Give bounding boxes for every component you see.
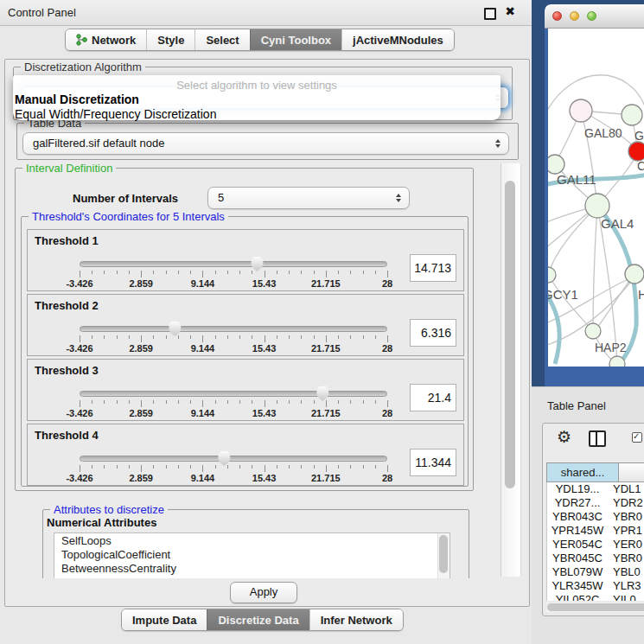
attribute-list-item[interactable]: TopologicalCoefficient xyxy=(54,547,450,561)
window-close-icon[interactable] xyxy=(552,11,562,21)
column-header-name[interactable]: name xyxy=(619,462,644,482)
slider-tick xyxy=(141,335,142,342)
bottom-tab-discretize-data[interactable]: Discretize Data xyxy=(207,609,309,630)
dropdown-item-equal-width[interactable]: Equal Width/Frequency Discretization xyxy=(13,106,501,121)
numerical-attributes-list[interactable]: SelfLoopsTopologicalCoefficientBetweenne… xyxy=(54,532,450,578)
slider-track[interactable] xyxy=(80,261,387,267)
threshold-slider[interactable]: -3.4262.8599.14415.4321.71528 xyxy=(80,386,387,417)
close-icon[interactable]: ✖ xyxy=(505,4,515,18)
table-panel: Table Panel ⚙ shared...name YDL19...YDL1… xyxy=(532,386,644,644)
panel-scrollbar[interactable] xyxy=(501,163,521,577)
slider-tick xyxy=(92,465,92,469)
list-scrollbar[interactable] xyxy=(437,533,450,578)
network-node[interactable]: C xyxy=(628,142,644,173)
tab-label: Select xyxy=(206,34,239,47)
cell-shared-name: YLR345W xyxy=(547,579,608,593)
slider-tick-label: 15.43 xyxy=(252,408,277,418)
slider-tick-label: 2.859 xyxy=(129,343,153,354)
table-row[interactable]: YBR045CYBR0 xyxy=(547,552,644,565)
tab-cyni-toolbox[interactable]: Cyni Toolbox xyxy=(250,29,341,50)
network-node[interactable] xyxy=(609,356,625,367)
threshold-value-field[interactable] xyxy=(410,449,456,476)
table-row[interactable]: YPR145WYPR1 xyxy=(547,524,644,538)
list-scrollbar-thumb[interactable] xyxy=(439,535,448,573)
dropdown-placeholder-item[interactable]: Select algorithm to view settings xyxy=(13,75,501,92)
panel-title: Control Panel xyxy=(8,6,76,19)
bottom-tab-impute-data[interactable]: Impute Data xyxy=(122,609,207,630)
panel-scrollbar-thumb[interactable] xyxy=(505,181,515,488)
slider-tick-label: -3.426 xyxy=(66,408,92,418)
slider-tick xyxy=(375,271,376,274)
tab-network[interactable]: Network xyxy=(66,29,146,50)
tab-select[interactable]: Select xyxy=(194,29,249,50)
table-row[interactable]: YDL19...YDL1 xyxy=(547,482,644,496)
table-hscrollbar-thumb[interactable] xyxy=(547,603,644,611)
attribute-list-item[interactable]: BetweennessCentrality xyxy=(54,561,450,575)
gear-icon[interactable]: ⚙ xyxy=(557,427,571,446)
window-minimize-icon[interactable] xyxy=(570,11,579,21)
network-node[interactable]: GAL xyxy=(622,105,644,143)
network-node[interactable]: GAL80 xyxy=(570,99,622,140)
number-of-intervals-label: Number of Intervals xyxy=(73,192,178,205)
slider-tick xyxy=(153,335,154,339)
network-canvas[interactable]: GAL80GALCGAL11GAL4GCY1HHAP2 xyxy=(548,29,644,367)
table-row[interactable]: YBR043CYBR0 xyxy=(547,510,644,524)
threshold-slider[interactable]: -3.4262.8599.14415.4321.71528 xyxy=(80,256,387,287)
slider-tick xyxy=(338,335,339,339)
table-row[interactable]: YIL052CYIL0 xyxy=(547,593,644,601)
slider-thumb[interactable] xyxy=(217,450,231,466)
dropdown-item-manual-discretization[interactable]: Manual Discretization xyxy=(13,92,501,106)
window-zoom-icon[interactable] xyxy=(587,11,596,21)
table-data-combo[interactable]: galFiltered.sif default node xyxy=(22,132,509,155)
slider-track[interactable] xyxy=(80,326,387,332)
slider-tick xyxy=(104,335,105,339)
split-columns-icon[interactable] xyxy=(589,430,606,447)
slider-tick xyxy=(166,271,167,274)
threshold-value-field[interactable] xyxy=(410,254,456,282)
table-row[interactable]: YER054CYER0 xyxy=(547,538,644,552)
slider-tick-label: 28 xyxy=(382,278,392,289)
threshold-value-field[interactable] xyxy=(410,384,456,411)
network-node[interactable]: GCY1 xyxy=(548,267,578,302)
network-node[interactable]: GAL4 xyxy=(585,194,634,231)
slider-tick-label: 15.43 xyxy=(252,278,277,289)
slider-thumb[interactable] xyxy=(316,386,329,401)
slider-tick xyxy=(252,271,252,274)
table-data-combo-value: galFiltered.sif default node xyxy=(33,137,164,150)
checkbox-icon[interactable] xyxy=(632,432,642,443)
slider-tick xyxy=(202,465,203,472)
threshold-slider[interactable]: -3.4262.8599.14415.4321.71528 xyxy=(80,450,387,481)
bottom-tab-infer-network[interactable]: Infer Network xyxy=(309,609,403,630)
slider-tick xyxy=(166,400,167,404)
threshold-slider[interactable]: -3.4262.8599.14415.4321.71528 xyxy=(80,321,387,352)
slider-tick xyxy=(338,465,339,469)
network-node[interactable]: HAP2 xyxy=(585,323,627,354)
thresholds-group-label: Threshold's Coordinates for 5 Intervals xyxy=(29,210,228,223)
threshold-value-field[interactable] xyxy=(410,319,456,347)
attribute-list-item[interactable]: SelfLoops xyxy=(54,533,450,547)
apply-button[interactable]: Apply xyxy=(230,582,297,603)
slider-track[interactable] xyxy=(80,456,387,462)
float-panel-icon[interactable] xyxy=(484,8,496,20)
network-window-titlebar[interactable] xyxy=(545,4,644,29)
slider-tick xyxy=(375,465,376,469)
table-horizontal-scrollbar[interactable] xyxy=(546,603,644,612)
table-row[interactable]: YDR27...YDR2 xyxy=(547,496,644,510)
column-header-shared[interactable]: shared... xyxy=(546,462,619,482)
tab-style[interactable]: Style xyxy=(146,29,194,50)
slider-tick-label: -3.426 xyxy=(66,278,92,289)
slider-tick xyxy=(190,400,191,404)
slider-tick-label: 28 xyxy=(382,473,392,483)
slider-thumb[interactable] xyxy=(250,256,264,271)
slider-thumb[interactable] xyxy=(168,321,182,336)
table-row[interactable]: YLR345WYLR3 xyxy=(547,579,644,593)
number-of-intervals-combo[interactable]: 5 xyxy=(207,187,410,209)
threshold-label: Threshold 3 xyxy=(35,364,99,377)
slider-tick-label: -3.426 xyxy=(66,343,92,354)
slider-track[interactable] xyxy=(80,391,387,397)
tab-jactivemnodules[interactable]: jActiveMNodules xyxy=(341,29,454,50)
slider-tick xyxy=(227,335,228,339)
slider-tick xyxy=(80,271,80,277)
node-label: HAP2 xyxy=(595,341,627,354)
table-row[interactable]: YBL079WYBL0 xyxy=(547,565,644,579)
